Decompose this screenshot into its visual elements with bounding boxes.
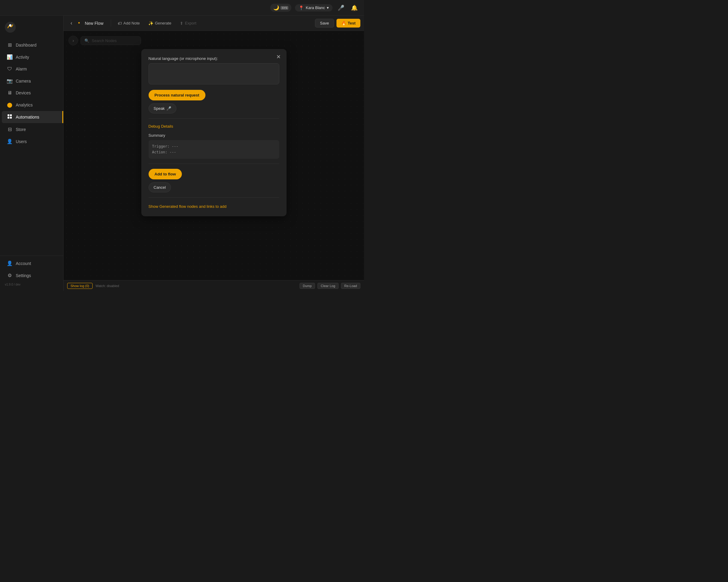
camera-icon: 📷 [7, 78, 13, 84]
sidebar-item-automations[interactable]: Automations [2, 111, 63, 123]
speak-button[interactable]: Speak 🎤 [149, 103, 177, 113]
store-icon: ⊟ [7, 127, 13, 132]
canvas-area[interactable]: › 🔍 ✕ Natural language (or microphone in… [63, 31, 364, 280]
flow-toolbar: ‹ • New Flow 🏷 Add Note ✨ Generate ⬆ Exp… [63, 16, 364, 31]
summary-label: Summary [149, 133, 279, 138]
test-button[interactable]: 🔥 Test [336, 19, 360, 28]
toolbar-separator [111, 20, 111, 27]
sidebar-item-label: Devices [16, 90, 31, 95]
modal-close-button[interactable]: ✕ [275, 53, 283, 61]
dump-button[interactable]: Dump [300, 283, 315, 289]
speak-label: Speak [154, 106, 165, 111]
sidebar-item-label: Analytics [16, 103, 33, 107]
add-to-flow-button[interactable]: Add to flow [149, 169, 182, 179]
theme-badge: 🌙 SYS [270, 4, 291, 12]
sidebar-item-label: Users [16, 139, 27, 144]
bell-button[interactable]: 🔔 [349, 3, 359, 13]
svg-rect-4 [7, 117, 9, 118]
modal-divider-3 [149, 197, 279, 197]
analytics-icon: ⬤ [7, 102, 13, 108]
nav-bottom: 👤 Account ⚙ Settings v1.9.0 / dev [0, 256, 63, 291]
back-button[interactable]: ‹ [67, 19, 76, 28]
moon-icon: 🌙 [273, 5, 279, 10]
sidebar-item-activity[interactable]: 📊 Activity [2, 51, 61, 63]
export-label: Export [185, 21, 197, 25]
bottom-bar: Show log (0) Watch: disabled Dump Clear … [63, 280, 364, 291]
sidebar-item-users[interactable]: 👤 Users [2, 135, 61, 147]
location-icon: 📍 [298, 5, 304, 10]
test-label: Test [348, 21, 356, 25]
export-button[interactable]: ⬆ Export [177, 19, 200, 27]
modal-btn-row: Add to flow Cancel [149, 169, 279, 192]
sidebar-item-label: Dashboard [16, 43, 36, 48]
save-button[interactable]: Save [315, 19, 334, 28]
modal-overlay: ✕ Natural language (or microphone input)… [63, 31, 364, 280]
sidebar-item-label: Account [16, 261, 31, 266]
users-icon: 👤 [7, 138, 13, 144]
mic-icon: 🎤 [166, 106, 171, 111]
natural-language-input[interactable] [149, 63, 279, 84]
user-selector[interactable]: 📍 Kara Blanc ▾ [295, 4, 333, 11]
add-note-button[interactable]: 🏷 Add Note [115, 19, 143, 27]
modal-actions: Process natural request Speak 🎤 [149, 90, 279, 113]
generate-icon: ✨ [148, 21, 153, 26]
clear-log-button[interactable]: Clear Log [317, 283, 339, 289]
modal-divider-2 [149, 164, 279, 164]
sidebar-item-alarm[interactable]: 🛡 Alarm [2, 63, 61, 75]
export-icon: ⬆ [180, 21, 183, 26]
dashboard-icon: ⊞ [7, 42, 13, 48]
sys-badge: SYS [281, 6, 288, 10]
logo-area [0, 18, 63, 39]
chevron-down-icon: ▾ [327, 5, 329, 10]
sidebar: ⊞ Dashboard 📊 Activity 🛡 Alarm 📷 Camera … [0, 16, 63, 291]
unsaved-indicator: • [78, 20, 80, 26]
sidebar-item-devices[interactable]: 🖥 Devices [2, 87, 61, 99]
generate-modal: ✕ Natural language (or microphone input)… [141, 49, 287, 216]
sidebar-item-account[interactable]: 👤 Account [2, 258, 61, 269]
summary-line-2: Action: --- [152, 150, 276, 155]
alarm-icon: 🛡 [7, 66, 13, 72]
sidebar-item-analytics[interactable]: ⬤ Analytics [2, 99, 61, 111]
add-note-icon: 🏷 [118, 21, 122, 26]
version-text: v1.9.0 / dev [0, 282, 63, 289]
add-note-label: Add Note [124, 21, 140, 25]
generate-button[interactable]: ✨ Generate [145, 19, 174, 27]
app-logo [5, 22, 16, 33]
svg-point-0 [5, 22, 16, 33]
sidebar-item-settings[interactable]: ⚙ Settings [2, 269, 61, 281]
mic-button[interactable]: 🎤 [336, 3, 346, 13]
sidebar-item-store[interactable]: ⊟ Store [2, 124, 61, 135]
watch-status: Watch: disabled [96, 284, 119, 288]
toolbar-right: Save 🔥 Test [315, 19, 360, 28]
account-icon: 👤 [7, 260, 13, 266]
top-bar: 🌙 SYS 📍 Kara Blanc ▾ 🎤 🔔 [0, 0, 364, 16]
sidebar-item-label: Automations [16, 115, 39, 120]
automations-icon [7, 114, 13, 120]
sidebar-item-label: Store [16, 127, 26, 132]
process-natural-request-button[interactable]: Process natural request [149, 90, 205, 100]
fire-icon: 🔥 [341, 21, 346, 25]
flow-name: New Flow [81, 21, 107, 26]
devices-icon: 🖥 [7, 90, 13, 96]
modal-divider-1 [149, 118, 279, 118]
svg-rect-3 [10, 114, 12, 116]
natural-language-label: Natural language (or microphone input): [149, 56, 279, 61]
sidebar-item-label: Alarm [16, 67, 27, 71]
sidebar-item-dashboard[interactable]: ⊞ Dashboard [2, 39, 61, 51]
show-generated-nodes-link[interactable]: Show Generated flow nodes and links to a… [149, 204, 227, 209]
svg-rect-2 [7, 114, 9, 116]
summary-box: Trigger: --- Action: --- [149, 140, 279, 159]
bottom-right-actions: Dump Clear Log Re-Load [300, 283, 360, 289]
generate-label: Generate [155, 21, 171, 25]
user-name: Kara Blanc [306, 5, 325, 10]
debug-details-link[interactable]: Debug Details [149, 124, 173, 129]
main-layout: ⊞ Dashboard 📊 Activity 🛡 Alarm 📷 Camera … [0, 16, 364, 291]
content-area: ‹ • New Flow 🏷 Add Note ✨ Generate ⬆ Exp… [63, 16, 364, 291]
activity-icon: 📊 [7, 54, 13, 60]
svg-rect-5 [10, 117, 12, 118]
cancel-button[interactable]: Cancel [149, 182, 171, 192]
reload-button[interactable]: Re-Load [341, 283, 360, 289]
main-nav: ⊞ Dashboard 📊 Activity 🛡 Alarm 📷 Camera … [0, 39, 63, 148]
show-log-button[interactable]: Show log (0) [67, 283, 93, 289]
sidebar-item-camera[interactable]: 📷 Camera [2, 75, 61, 87]
